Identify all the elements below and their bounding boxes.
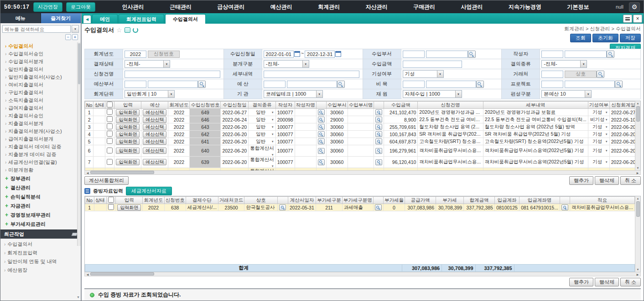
search-button[interactable] [318, 138, 325, 144]
cell-button[interactable]: 입력화면 [116, 109, 140, 116]
recent-item[interactable]: ›회계전표입력 [4, 249, 81, 257]
extend-time-button[interactable]: 시간연장 [33, 2, 62, 12]
table-row[interactable]: 2입력화면예산선택20226462022-06-24일반▼20009829000… [85, 116, 637, 123]
column-header[interactable]: 적요 [570, 197, 635, 204]
budget-dept-search-button[interactable] [198, 81, 206, 88]
column-header[interactable]: 계산서일자 [288, 197, 316, 204]
sidebar-tab-favorites[interactable]: 즐겨찾기 [41, 13, 81, 23]
income-dept-name-input[interactable] [426, 51, 468, 58]
search-button[interactable] [375, 159, 382, 165]
vertical-scrollbar[interactable]: ▲▼ [635, 196, 640, 272]
row-checkbox[interactable] [107, 123, 113, 129]
menu-item[interactable]: 예산관리 [268, 3, 295, 11]
budget-code-input[interactable] [264, 81, 286, 88]
screen-icon[interactable] [125, 27, 130, 33]
cell-button[interactable]: 입력화면 [116, 124, 140, 130]
sidebar-item[interactable]: ›수입결의서승인 [5, 50, 81, 58]
row-checkbox[interactable] [108, 204, 114, 210]
horizontal-scrollbar[interactable]: ◀▶ [84, 170, 641, 175]
recent-item[interactable]: ›예산원장 [4, 266, 81, 275]
row-checkbox[interactable] [107, 170, 113, 171]
column-header[interactable]: 결의종류 [249, 102, 276, 109]
budget-name-input[interactable] [287, 81, 337, 88]
org-select[interactable]: 코레일테크 | 1000▼ [264, 90, 323, 98]
cell-select[interactable]: 기성▼ [588, 138, 609, 145]
project-name-input[interactable] [565, 81, 615, 88]
search-button[interactable] [375, 109, 382, 115]
gisung-select[interactable]: 기성▼ [403, 70, 444, 78]
column-header[interactable]: 상태 [93, 102, 105, 109]
sidebar-item[interactable]: ›미분개현황 [5, 166, 81, 174]
column-header[interactable]: 수입부서명 [348, 102, 374, 109]
search-button[interactable] [318, 109, 325, 115]
table-row[interactable]: 7입력화면예산선택20226392022-06-20통합계산서▼10007730… [85, 157, 637, 168]
cell-button[interactable]: 입력화면 [117, 204, 141, 211]
column-header[interactable]: 결제수단 [186, 197, 218, 204]
tab-close-button[interactable]: × [633, 15, 642, 23]
search-button[interactable] [318, 131, 325, 137]
column-header[interactable]: 공급가액 [405, 197, 436, 204]
sidebar-tab-menu[interactable]: 메뉴 [0, 13, 41, 23]
column-header[interactable]: 상태 [94, 197, 106, 204]
cell-select[interactable]: 통합계산서▼ [249, 168, 276, 171]
delete-row-button[interactable]: 행삭제 [595, 278, 619, 286]
search-button[interactable] [375, 124, 382, 130]
table-row[interactable]: 3입력화면예산선택20226432022-06-20일반▼10007730060… [85, 123, 637, 131]
column-header[interactable]: 수입신청번호 [190, 102, 221, 109]
collapse-all-button[interactable]: − [65, 34, 71, 40]
sidebar-item[interactable]: ›수입결의서 [5, 42, 81, 50]
writer-search-button[interactable] [607, 51, 614, 58]
sidebar-group[interactable]: +경영정보재무관리 [5, 210, 81, 219]
document-tab[interactable]: 메인 [92, 14, 118, 24]
column-header[interactable] [374, 102, 384, 109]
cell-select[interactable]: 일반▼ [249, 123, 276, 131]
cell-select[interactable]: 일반▼ [249, 109, 276, 116]
sidebar-item[interactable]: ›지출결의서분개(사업소) [5, 128, 81, 135]
budget-search-button[interactable] [337, 81, 345, 88]
menu-search-input[interactable] [2, 25, 71, 33]
add-row-button[interactable]: 행추가 [569, 176, 593, 185]
row-checkbox[interactable] [107, 159, 113, 165]
column-header[interactable]: No [85, 102, 93, 109]
column-header[interactable]: 작성자 [275, 102, 295, 109]
sidebar-item[interactable]: ›수입결의서분개 [5, 58, 81, 66]
sidebar-item[interactable]: ›지출결의서분개 [5, 120, 81, 128]
cancel-button[interactable]: 취 소 [620, 278, 641, 286]
column-header[interactable]: 수입부서 [326, 102, 348, 109]
sidebar-item[interactable]: ›일반지출결의서 [5, 66, 81, 73]
cell-button[interactable]: 예산선택 [143, 159, 166, 165]
settings-button[interactable]: ⚙ [629, 2, 640, 12]
select-all-header[interactable] [105, 102, 114, 109]
sidebar-group[interactable]: +장부관리 [5, 174, 81, 183]
approval-state-select[interactable]: -전체-▼ [125, 60, 170, 68]
menu-item[interactable]: 회계관리 [315, 3, 343, 11]
cell-select[interactable]: 일반▼ [249, 116, 276, 123]
delete-row-button[interactable]: 행삭제 [595, 176, 619, 185]
cell-select[interactable]: 기성▼ [588, 145, 609, 157]
invoice-merge-button[interactable]: 계산서통합처리 [84, 176, 129, 185]
sidebar-item[interactable]: ›지출분개 데이터 검증 [5, 151, 81, 158]
sidebar-item[interactable]: ›세금계산서연결(일괄) [5, 158, 81, 166]
column-header[interactable] [278, 197, 288, 204]
search-button[interactable] [375, 117, 382, 122]
menu-item[interactable]: 급상여관리 [214, 3, 247, 11]
column-header[interactable]: 신청번호 [164, 197, 186, 204]
vendor-name-input[interactable] [565, 71, 597, 78]
search-button[interactable] [375, 138, 382, 144]
column-header[interactable]: 부가세율 [384, 197, 405, 204]
writer-name-input[interactable] [565, 51, 607, 58]
sidebar-item[interactable]: ›구입지출결의서 [5, 89, 81, 97]
recent-item[interactable]: ›일반이체 연동 및 내역 [4, 257, 81, 266]
menu-item[interactable]: 기본정보 [564, 3, 592, 11]
search-button[interactable] [561, 204, 568, 210]
cell-select[interactable]: 기성▼ [588, 157, 609, 168]
search-button[interactable]: 조회 [570, 34, 591, 42]
cell-button[interactable]: 입력화면 [116, 131, 140, 138]
column-header[interactable]: No [85, 197, 94, 204]
sidebar-scroll-down-icon[interactable]: ▼ [77, 296, 80, 299]
search-button[interactable] [279, 204, 286, 210]
decision-type-select[interactable]: -전체-▼ [541, 60, 587, 68]
acct-unit-select[interactable]: 일반회계 | 10▼ [125, 90, 175, 98]
cell-select[interactable]: 통합계산서▼ [249, 145, 276, 157]
bimok-search-button[interactable] [476, 81, 484, 88]
